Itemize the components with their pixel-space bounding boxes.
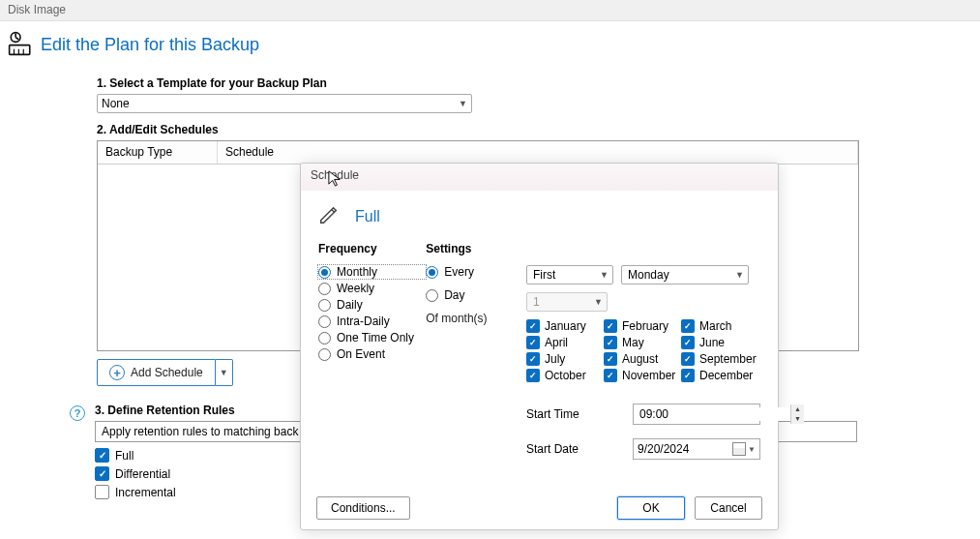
set-day[interactable]: Day — [426, 288, 526, 302]
plus-icon: + — [109, 365, 125, 380]
template-value: None — [102, 97, 130, 110]
schedules-header: Backup Type Schedule — [98, 141, 858, 165]
chevron-down-icon: ▼ — [600, 270, 609, 280]
dialog-mode-row: Full — [318, 204, 760, 228]
conditions-button[interactable]: Conditions... — [316, 496, 410, 520]
month-may[interactable]: May — [604, 336, 681, 349]
schedule-dialog: Schedule Full Frequency Monthly Weekly — [300, 163, 779, 530]
month-dec[interactable]: December — [681, 369, 758, 382]
chevron-down-icon: ▼ — [748, 445, 756, 454]
month-jul[interactable]: July — [526, 352, 604, 366]
checkbox-icon — [526, 319, 540, 333]
col-backup-type: Backup Type — [98, 141, 218, 164]
step2-label: 2. Add/Edit Schedules — [97, 123, 980, 136]
add-schedule-dropdown[interactable]: ▼ — [216, 359, 233, 386]
spin-down-icon[interactable]: ▼ — [791, 414, 804, 424]
add-schedule-label: Add Schedule — [131, 366, 203, 379]
pencil-icon — [318, 204, 340, 228]
add-schedule-button[interactable]: + Add Schedule — [97, 359, 216, 386]
dialog-footer: Conditions... OK Cancel — [301, 496, 778, 520]
daynum-select: 1▼ — [526, 292, 608, 312]
freq-weekly[interactable]: Weekly — [318, 282, 426, 295]
start-time-input[interactable]: ▲▼ — [633, 404, 760, 425]
calendar-icon — [732, 442, 746, 456]
page-title: Edit the Plan for this Backup — [41, 35, 259, 55]
month-feb[interactable]: February — [604, 319, 681, 333]
dialog-title: Schedule — [301, 164, 778, 191]
checkbox-icon — [604, 369, 617, 382]
svg-rect-3 — [10, 45, 30, 55]
checkbox-icon — [681, 369, 695, 382]
template-select[interactable]: None ▼ — [97, 94, 472, 113]
of-months-label: Of month(s) — [426, 312, 526, 325]
help-icon[interactable]: ? — [70, 405, 85, 421]
settings-heading: Settings — [426, 242, 526, 255]
ok-button[interactable]: OK — [617, 496, 685, 520]
checkbox-icon — [526, 336, 540, 349]
start-date-input[interactable]: 9/20/2024 ▼ — [633, 438, 760, 460]
chevron-down-icon: ▼ — [735, 270, 744, 280]
radio-icon — [318, 266, 331, 279]
frequency-heading: Frequency — [318, 242, 426, 255]
radio-icon — [318, 283, 331, 295]
checkbox-icon — [526, 369, 540, 382]
freq-intradaily[interactable]: Intra-Daily — [318, 314, 426, 328]
freq-onetime[interactable]: One Time Only — [318, 331, 426, 344]
month-mar[interactable]: March — [681, 319, 758, 333]
start-time-field[interactable] — [634, 407, 790, 421]
radio-icon — [318, 299, 331, 312]
checkbox-icon — [604, 336, 617, 349]
month-sep[interactable]: September — [681, 352, 758, 366]
checkbox-icon — [526, 352, 540, 366]
month-jun[interactable]: June — [681, 336, 758, 349]
radio-icon — [318, 348, 331, 361]
month-aug[interactable]: August — [604, 352, 681, 366]
radio-icon — [318, 332, 331, 344]
checkbox-icon — [681, 352, 695, 366]
retention-full-label: Full — [115, 449, 134, 463]
col-schedule: Schedule — [218, 141, 858, 164]
checkbox-full[interactable] — [95, 448, 109, 463]
window-header: Disk Image — [0, 0, 980, 21]
freq-monthly[interactable]: Monthly — [318, 265, 426, 279]
checkbox-icon — [604, 352, 617, 366]
checkbox-incremental[interactable] — [95, 485, 109, 499]
svg-line-7 — [332, 210, 335, 213]
freq-onevent[interactable]: On Event — [318, 347, 426, 361]
time-spinner[interactable]: ▲▼ — [790, 404, 804, 424]
plan-icon — [8, 31, 33, 59]
checkbox-icon — [604, 319, 617, 333]
start-date-value: 9/20/2024 — [638, 442, 689, 456]
start-time-label: Start Time — [526, 407, 633, 421]
month-jan[interactable]: January — [526, 319, 604, 333]
spin-up-icon[interactable]: ▲ — [791, 404, 804, 414]
svg-line-2 — [15, 38, 18, 40]
radio-icon — [426, 266, 438, 279]
set-every[interactable]: Every — [426, 265, 526, 279]
month-oct[interactable]: October — [526, 369, 604, 382]
freq-daily[interactable]: Daily — [318, 298, 426, 312]
chevron-down-icon: ▼ — [594, 297, 603, 307]
step1-label: 1. Select a Template for your Backup Pla… — [97, 76, 980, 90]
checkbox-icon — [681, 336, 695, 349]
page-title-row: Edit the Plan for this Backup — [0, 21, 980, 63]
checkbox-differential[interactable] — [95, 466, 109, 481]
start-date-label: Start Date — [526, 442, 633, 456]
radio-icon — [318, 315, 331, 328]
retention-inc-label: Incremental — [115, 486, 176, 499]
retention-diff-label: Differential — [115, 467, 170, 481]
radio-icon — [426, 289, 438, 302]
dialog-mode-label: Full — [355, 208, 380, 225]
window-title: Disk Image — [8, 3, 66, 16]
weekday-select[interactable]: Monday▼ — [621, 265, 749, 284]
chevron-down-icon: ▼ — [459, 99, 467, 108]
month-apr[interactable]: April — [526, 336, 604, 349]
ordinal-select[interactable]: First▼ — [526, 265, 613, 284]
checkbox-icon — [681, 319, 695, 333]
month-nov[interactable]: November — [604, 369, 681, 382]
cancel-button[interactable]: Cancel — [695, 496, 762, 520]
